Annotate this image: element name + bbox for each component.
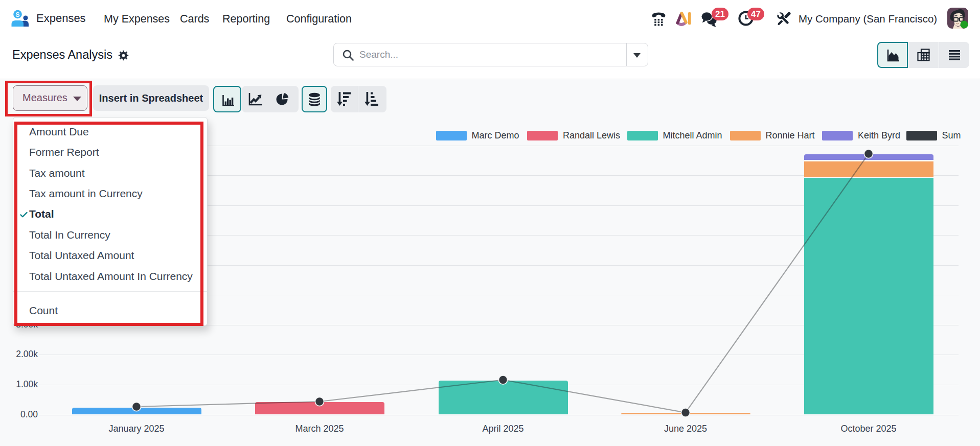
svg-text:S: S [15, 11, 19, 18]
